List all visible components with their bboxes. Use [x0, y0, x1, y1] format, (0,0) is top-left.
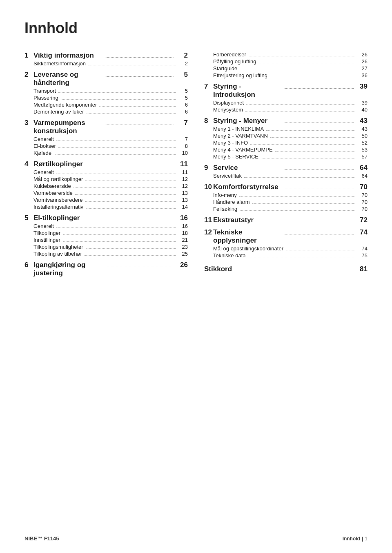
toc-sub-page: 64 [358, 173, 368, 179]
toc-sub-title: Medfølgende komponenter [33, 102, 97, 108]
toc-section-number: 8 [204, 117, 213, 125]
toc-sub-title: Påfylling og lufting [213, 58, 256, 65]
toc-dots [285, 169, 354, 170]
toc-sub-page: 10 [178, 150, 188, 156]
toc-sub-list: Mål og oppstillingskoordinater74Tekniske… [213, 245, 368, 259]
toc-page: 72 [356, 216, 368, 224]
toc-section-header: 9Service64 [204, 164, 368, 172]
toc-section: 1Viktig informasjon2Sikkerhetsinformasjo… [24, 51, 188, 67]
toc-sub-title: Sikkerhetsinformasjon [33, 60, 86, 67]
toc-section-title: Styring - Menyer [213, 117, 282, 125]
toc-sub-list: Meny 1 - INNEKLIMA43Meny 2 - VARMTVANN50… [213, 126, 368, 160]
toc-sub-row: Installeringsalternativ14 [33, 204, 188, 210]
toc-sub-dots [270, 137, 355, 138]
toc-page: 43 [356, 117, 368, 125]
toc-sub-page: 5 [178, 95, 188, 101]
toc-sub-row: Tilkoplinger18 [33, 230, 188, 236]
toc-section-header: 11Ekstrautstyr72 [204, 216, 368, 224]
toc-sub-title: Info-meny [213, 192, 237, 198]
toc-sub-page: 12 [178, 183, 188, 189]
toc-sub-title: Meny 5 - SERVICE [213, 154, 258, 160]
toc-sub-title: Mål og rørtilkoplinger [33, 176, 83, 182]
toc-section-title: Tekniske opplysninger [213, 228, 282, 245]
toc-sub-title: Meny 2 - VARMTVANN [213, 133, 268, 139]
toc-sub-dots [74, 187, 176, 188]
toc-sub-title: Displayenhet [213, 100, 244, 106]
toc-sub-page: 26 [358, 58, 368, 65]
toc-sub-row: Meny 1 - INNEKLIMA43 [213, 126, 368, 132]
toc-sub-title: Varmebærerside [33, 190, 73, 196]
toc-section-title: Rørtilkoplinger [33, 160, 102, 168]
toc-section-number: 1 [24, 51, 33, 60]
toc-sub-title: El-bokser [33, 143, 56, 149]
toc-section: Forberedelser26Påfylling og lufting26Sta… [204, 51, 368, 78]
toc-sub-page: 36 [358, 72, 368, 78]
toc-section-number: 5 [24, 214, 33, 222]
toc-sub-page: 70 [358, 199, 368, 205]
toc-sub-dots [63, 234, 176, 235]
toc-sub-list: Servicetiltak64 [213, 173, 368, 179]
toc-container: 1Viktig informasjon2Sikkerhetsinformasjo… [24, 51, 368, 281]
toc-sub-page: 50 [358, 133, 368, 139]
toc-section-header: 8Styring - Menyer43 [204, 117, 368, 125]
toc-sub-dots [86, 248, 176, 249]
toc-sub-title: Generelt [33, 136, 54, 142]
toc-sub-row: Sikkerhetsinformasjon2 [33, 60, 188, 67]
footer-page: 1 [365, 536, 368, 542]
toc-sub-page: 23 [178, 244, 188, 250]
toc-dots [105, 76, 174, 77]
toc-sub-title: Tilkoplinger [33, 230, 60, 236]
toc-sub-title: Kuldebærerside [33, 183, 71, 189]
toc-dots [285, 234, 354, 234]
toc-sub-row: Varmtvannsberedere13 [33, 197, 188, 203]
toc-sub-dots [270, 77, 355, 77]
toc-sub-row: Påfylling og lufting26 [213, 58, 368, 65]
toc-sub-dots [286, 250, 355, 250]
toc-page: 7 [176, 119, 188, 127]
toc-sub-dots [249, 56, 355, 56]
toc-section-title: Igangkjøring og justering [33, 261, 102, 277]
toc-section: 7Styring - Introduksjon39Displayenhet39M… [204, 83, 368, 113]
toc-section: 4Rørtilkoplinger11Generelt11Mål og rørti… [24, 160, 188, 210]
toc-sub-dots [61, 99, 176, 100]
toc-section: 10Komfortforstyrrelse70Info-meny70Håndte… [204, 183, 368, 212]
toc-sub-dots [87, 113, 176, 114]
toc-sub-page: 11 [178, 169, 188, 175]
toc-sub-page: 53 [358, 147, 368, 153]
toc-sub-title: Meny 4 - VARMEPUMPE [213, 147, 273, 153]
toc-section-title: Viktig informasjon [33, 51, 102, 60]
toc-sub-dots [58, 92, 176, 93]
toc-left-column: 1Viktig informasjon2Sikkerhetsinformasjo… [24, 51, 188, 281]
toc-sub-title: Etterjustering og lufting [213, 72, 267, 78]
toc-sub-row: Startguide27 [213, 65, 368, 71]
toc-sub-page: 43 [358, 126, 368, 132]
toc-sub-page: 70 [358, 192, 368, 198]
toc-sub-list: Generelt11Mål og rørtilkoplinger12Kuldeb… [33, 169, 188, 210]
toc-sub-row: Mål og rørtilkoplinger12 [33, 176, 188, 182]
toc-sub-page: 14 [178, 204, 188, 210]
toc-section: 2Leveranse og håndtering5Transport5Plass… [24, 71, 188, 115]
toc-dots [105, 57, 174, 58]
toc-sub-title: Startguide [213, 65, 237, 71]
toc-section-header: 3Varmepumpens konstruksjon7 [24, 119, 188, 135]
toc-sub-list: Generelt7El-bokser8Kjøledel10 [33, 136, 188, 156]
toc-sub-page: 70 [358, 206, 368, 212]
toc-section-title: Varmepumpens konstruksjon [33, 119, 102, 135]
toc-sub-title: Meny 3 - INFO [213, 140, 248, 146]
toc-section-number: 9 [204, 164, 213, 172]
toc-sub-title: Kjøledel [33, 150, 53, 156]
toc-sub-row: Tekniske data75 [213, 252, 368, 259]
toc-section: 6Igangkjøring og justering26 [24, 261, 188, 277]
toc-sub-title: Varmtvannsberedere [33, 197, 82, 203]
toc-sub-page: 75 [358, 252, 368, 259]
toc-sub-row: El-bokser8 [33, 143, 188, 149]
toc-section-title: Styring - Introduksjon [213, 83, 282, 99]
page-title: Innhold [24, 20, 368, 37]
toc-sub-title: Håndtere alarm [213, 199, 250, 205]
toc-sub-dots [261, 158, 355, 158]
toc-sub-dots [85, 255, 176, 256]
toc-sub-title: Plassering [33, 95, 58, 101]
toc-sub-list: Displayenhet39Menysystem40 [213, 100, 368, 113]
toc-sub-row: Kjøledel10 [33, 150, 188, 156]
toc-sub-page: 2 [178, 60, 188, 67]
